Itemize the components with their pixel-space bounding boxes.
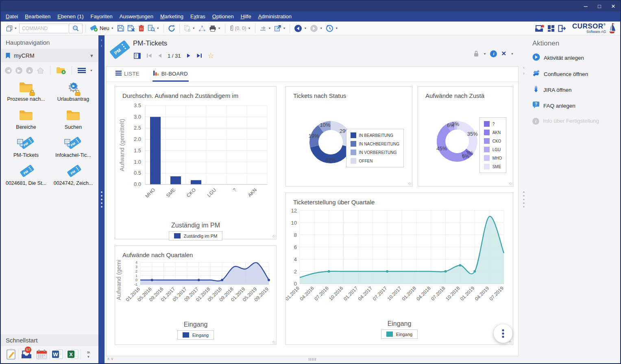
- close-window-icon[interactable]: ✕: [606, 3, 620, 9]
- action-confluence-ffnen[interactable]: Confluence öffnen: [532, 69, 614, 78]
- maximize-icon[interactable]: □: [593, 3, 606, 9]
- forward-button[interactable]: ▼: [309, 24, 324, 33]
- menu-extras[interactable]: Extras: [190, 13, 205, 20]
- action-faq-anlegen[interactable]: ?FAQ anlegen: [532, 101, 614, 110]
- chevron-down-icon: ▼: [218, 27, 221, 30]
- minimize-icon[interactable]: ─: [579, 3, 593, 9]
- lock-icon[interactable]: [473, 50, 479, 57]
- export-button[interactable]: ▼: [258, 24, 272, 32]
- action-aktivit-t-anlegen[interactable]: Aktivität anlegen: [532, 53, 614, 63]
- save-close-button[interactable]: [126, 24, 136, 32]
- chart-card-ticket-creation[interactable]: Ticketerstellung über Quartale 024681012…: [285, 193, 513, 345]
- collapse-left-icon[interactable]: ‹: [101, 37, 102, 42]
- scroll-down-icon[interactable]: ∨: [111, 357, 115, 361]
- expand-right-icon[interactable]: ›: [101, 43, 102, 48]
- nav-forward-icon[interactable]: ▶: [15, 67, 22, 74]
- menu-marketing[interactable]: Marketing: [160, 13, 183, 20]
- word-icon: W: [52, 349, 63, 359]
- sidebar-item-infokachel-tic[interactable]: PMInfokachel-Tic...: [50, 136, 97, 158]
- chart-card-avg-effort[interactable]: Durchschn. Aufwand nach Zuständigem im 0…: [115, 86, 277, 239]
- sidebar-item-prozesse-nach[interactable]: Prozesse nach...: [2, 80, 50, 102]
- back-button[interactable]: ▼: [293, 24, 308, 33]
- nav-up-icon[interactable]: ▲: [26, 67, 33, 74]
- next-record-icon[interactable]: [187, 53, 191, 58]
- notifications-button[interactable]: [533, 24, 545, 33]
- menu-ebenen-1[interactable]: Ebenen (1): [57, 13, 83, 20]
- sidebar-item-suchen[interactable]: Suchen: [50, 108, 97, 130]
- sidebar-item-0024681-die-st[interactable]: PM0024681, Die St...: [2, 164, 50, 186]
- nav-back-icon[interactable]: ◀: [5, 67, 12, 74]
- modules-button[interactable]: [546, 24, 556, 33]
- quickstart-word-button[interactable]: W: [50, 349, 65, 359]
- inbox-notification-icon: [534, 24, 544, 32]
- close-tab-icon[interactable]: ✕: [501, 50, 506, 57]
- previous-record-icon[interactable]: [158, 53, 162, 58]
- scroll-up-icon[interactable]: ∧: [107, 357, 111, 361]
- menu-optionen[interactable]: Optionen: [212, 13, 234, 20]
- logout-button[interactable]: [557, 24, 567, 33]
- actions-splitter[interactable]: ‹›: [521, 35, 527, 363]
- quickstart-inbox-button[interactable]: 57: [19, 349, 34, 359]
- menu-datei[interactable]: Datei: [6, 13, 18, 20]
- relations-button[interactable]: [197, 24, 207, 32]
- expand-right-icon[interactable]: ›: [523, 71, 525, 76]
- windows-icon: [6, 25, 13, 32]
- sidebar-item-pm-tickets[interactable]: PMPM-Tickets: [2, 136, 50, 158]
- quickstart-calendar-button[interactable]: [34, 349, 50, 360]
- first-record-icon[interactable]: [146, 53, 152, 58]
- sidebar-item-urlaubsantrag[interactable]: ⚙▶Urlaubsantrag: [50, 80, 97, 102]
- menu-favoriten[interactable]: Favoriten: [91, 13, 113, 20]
- window-switch-button[interactable]: ▼: [5, 24, 18, 32]
- quickstart-notes-button[interactable]: [3, 349, 19, 360]
- splitter-handle[interactable]: [101, 191, 102, 208]
- home-icon[interactable]: [37, 67, 44, 74]
- sidebar-items-grid: Prozesse nach...⚙▶UrlaubsantragBereicheS…: [1, 77, 98, 334]
- play-icon: ▶: [71, 83, 77, 89]
- dashboard-menu-fab[interactable]: [494, 324, 512, 343]
- menu-administration[interactable]: Administration: [258, 13, 292, 20]
- command-input[interactable]: [19, 24, 68, 33]
- chart-card-tickets-status[interactable]: Tickets nach Status 29%42%19%10% IN BEAR…: [285, 86, 412, 186]
- svg-text:2.5: 2.5: [134, 125, 141, 131]
- copy-record-button[interactable]: ▼: [183, 24, 196, 32]
- menu-auswertungen[interactable]: Auswertungen: [120, 13, 153, 20]
- history-button[interactable]: ▼: [325, 24, 339, 33]
- horizontal-splitter-handle[interactable]: [309, 358, 316, 361]
- sidebar-item-0024742-zeich[interactable]: PM0024742, Zeich...: [50, 164, 97, 186]
- save-button[interactable]: [116, 24, 125, 32]
- search-records-button[interactable]: ▼: [146, 24, 161, 32]
- collapse-left-icon[interactable]: ‹: [523, 65, 525, 70]
- chart-card-effort-owner[interactable]: Aufwände nach Zustä 35%3%6%45%6%3% ?AKNC…: [418, 86, 513, 186]
- quickstart-excel-button[interactable]: X: [65, 349, 81, 359]
- add-folder-icon[interactable]: [56, 66, 66, 74]
- detail-view-icon[interactable]: [134, 53, 141, 59]
- sidebar-splitter[interactable]: ‹›: [98, 35, 105, 363]
- last-record-icon[interactable]: [196, 53, 202, 58]
- splitter-handle[interactable]: [523, 191, 525, 208]
- open-external-button[interactable]: ▼: [273, 24, 287, 32]
- print-button[interactable]: ▼: [208, 24, 222, 32]
- tab-liste[interactable]: LISTE: [115, 71, 140, 82]
- sidebar-item-bereiche[interactable]: Bereiche: [2, 108, 50, 130]
- tab-label: LISTE: [124, 71, 139, 77]
- menu-hilfe[interactable]: Hilfe: [241, 13, 251, 20]
- attachments-button[interactable]: (0, 0) ▼: [228, 24, 252, 32]
- svg-text:07.2017: 07.2017: [372, 285, 388, 302]
- workspace-selector[interactable]: myCRM ▼: [1, 49, 98, 62]
- quickstart-more-button[interactable]: »▼: [81, 350, 96, 359]
- delete-button[interactable]: [137, 24, 146, 32]
- menu-bearbeiten[interactable]: Bearbeiten: [25, 13, 50, 20]
- search-icon: [72, 25, 79, 32]
- menu-bar: DateiBearbeitenEbenen (1)FavoritenAuswer…: [1, 11, 620, 22]
- refresh-button[interactable]: [167, 24, 176, 33]
- new-record-button[interactable]: Neu ▼: [89, 24, 115, 33]
- command-search-button[interactable]: [69, 24, 83, 33]
- record-card: LISTEBI-BOARD Durchschn. Aufwand nach Zu…: [106, 66, 519, 356]
- hamburger-menu-icon[interactable]: [78, 67, 86, 74]
- info-icon[interactable]: i: [490, 50, 497, 57]
- favorite-star-icon[interactable]: ☆: [208, 52, 214, 59]
- quickstart-section: Schnellstart 57 W: [1, 334, 98, 363]
- tab-bi-board[interactable]: BI-BOARD: [153, 70, 189, 82]
- chart-card-effort-quarters[interactable]: Aufwände nach Quartalen -10123401.201605…: [115, 245, 277, 345]
- action-jira-ffnen[interactable]: JIRA öffnen: [532, 85, 614, 94]
